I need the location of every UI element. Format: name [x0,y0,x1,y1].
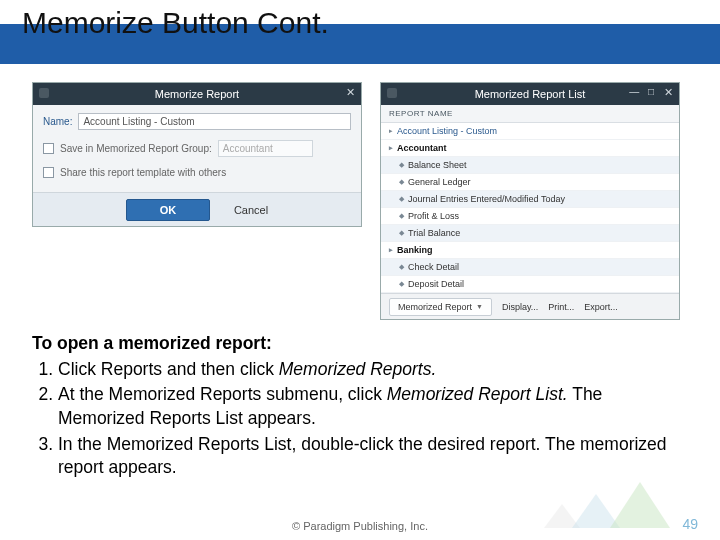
page-title: Memorize Button Cont. [22,6,329,40]
report-list: ▸Account Listing - Custom▸Accountant◆Bal… [381,123,679,293]
list-item[interactable]: ▸Account Listing - Custom [381,123,679,140]
expand-icon: ◆ [399,229,404,237]
expand-icon: ▸ [389,246,393,254]
window-titlebar: Memorized Report List — □ ✕ [381,83,679,105]
list-item-label: Journal Entries Entered/Modified Today [408,194,565,204]
list-item-label: Balance Sheet [408,160,467,170]
step-1: Click Reports and then click Memorized R… [58,358,688,382]
chevron-down-icon: ▼ [476,303,483,310]
group-select[interactable]: Accountant [218,140,313,157]
expand-icon: ◆ [399,161,404,169]
expand-icon: ◆ [399,280,404,288]
list-item-label: Trial Balance [408,228,460,238]
save-group-checkbox[interactable] [43,143,54,154]
share-checkbox[interactable] [43,167,54,178]
list-item[interactable]: ◆Deposit Detail [381,276,679,293]
footer-copyright: © Paradigm Publishing, Inc. [0,520,720,532]
list-item[interactable]: ◆Check Detail [381,259,679,276]
column-header: REPORT NAME [381,105,679,123]
share-label: Share this report template with others [60,167,226,178]
ok-button[interactable]: OK [126,199,210,221]
cancel-button[interactable]: Cancel [234,204,268,216]
minmax-icons[interactable]: — □ [629,86,657,97]
window-title: Memorized Report List [475,88,586,100]
print-button[interactable]: Print... [548,302,574,312]
step-2: At the Memorized Reports submenu, click … [58,383,688,430]
list-item-label: Account Listing - Custom [397,126,497,136]
dialog-titlebar: Memorize Report ✕ [33,83,361,105]
screenshot-row: Memorize Report ✕ Name: Account Listing … [0,64,720,326]
system-menu-icon [387,88,397,98]
expand-icon: ▸ [389,144,393,152]
memorize-report-dialog: Memorize Report ✕ Name: Account Listing … [32,82,362,227]
list-item[interactable]: ◆Balance Sheet [381,157,679,174]
expand-icon: ◆ [399,178,404,186]
memorized-report-list-window: Memorized Report List — □ ✕ REPORT NAME … [380,82,680,320]
instructions-heading: To open a memorized report: [32,332,688,356]
list-item-label: Banking [397,245,433,255]
expand-icon: ◆ [399,195,404,203]
list-item[interactable]: ◆Trial Balance [381,225,679,242]
export-button[interactable]: Export... [584,302,618,312]
expand-icon: ▸ [389,127,393,135]
display-button[interactable]: Display... [502,302,538,312]
expand-icon: ◆ [399,212,404,220]
list-item-label: Deposit Detail [408,279,464,289]
name-field[interactable]: Account Listing - Custom [78,113,351,130]
step-3: In the Memorized Reports List, double-cl… [58,433,688,480]
close-icon[interactable]: ✕ [346,86,355,99]
list-item[interactable]: ◆Journal Entries Entered/Modified Today [381,191,679,208]
memorized-report-button[interactable]: Memorized Report▼ [389,298,492,316]
list-item[interactable]: ▸Banking [381,242,679,259]
close-icon[interactable]: ✕ [664,86,673,99]
name-label: Name: [43,116,72,127]
list-item[interactable]: ▸Accountant [381,140,679,157]
list-item-label: General Ledger [408,177,471,187]
save-group-label: Save in Memorized Report Group: [60,143,212,154]
list-item[interactable]: ◆Profit & Loss [381,208,679,225]
expand-icon: ◆ [399,263,404,271]
page-number: 49 [682,516,698,532]
instructions: To open a memorized report: Click Report… [0,326,720,480]
list-item-label: Accountant [397,143,447,153]
system-menu-icon [39,88,49,98]
dialog-title: Memorize Report [155,88,239,100]
list-item[interactable]: ◆General Ledger [381,174,679,191]
list-item-label: Check Detail [408,262,459,272]
list-item-label: Profit & Loss [408,211,459,221]
